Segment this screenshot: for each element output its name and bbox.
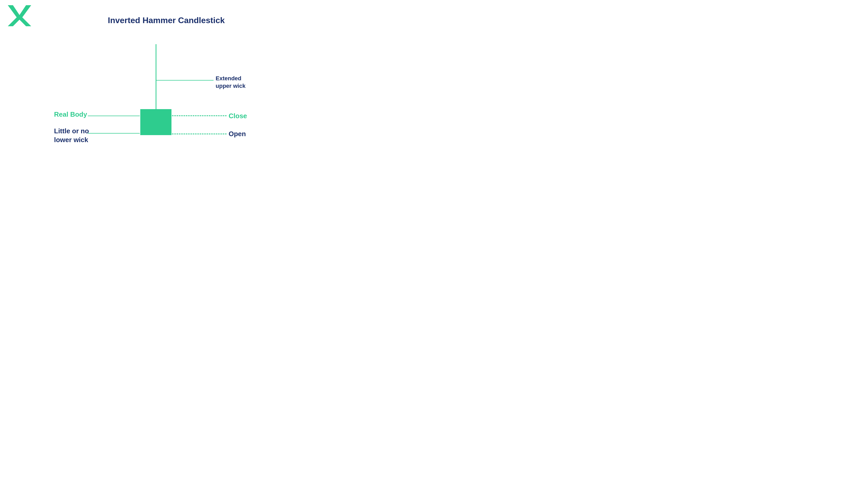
xs-logo: [8, 5, 31, 26]
label-open: Open: [229, 130, 246, 138]
real-body-label-line: [88, 116, 140, 116]
close-dashed-line: [172, 115, 226, 116]
upper-wick-label-line: [156, 80, 214, 81]
open-dashed-line: [172, 133, 226, 134]
svg-marker-0: [8, 5, 31, 26]
candle-body: [140, 109, 172, 135]
label-close: Close: [229, 112, 247, 120]
upper-wick-line: [156, 44, 156, 109]
label-lower-wick: Little or nolower wick: [54, 127, 89, 145]
lower-wick-label-line: [88, 133, 140, 133]
candlestick-diagram: Extendedupper wick Close Open Real Body …: [49, 36, 283, 172]
page-title: Inverted Hammer Candlestick: [108, 16, 225, 25]
label-real-body: Real Body: [54, 111, 87, 119]
label-extended-upper-wick: Extendedupper wick: [216, 75, 246, 90]
